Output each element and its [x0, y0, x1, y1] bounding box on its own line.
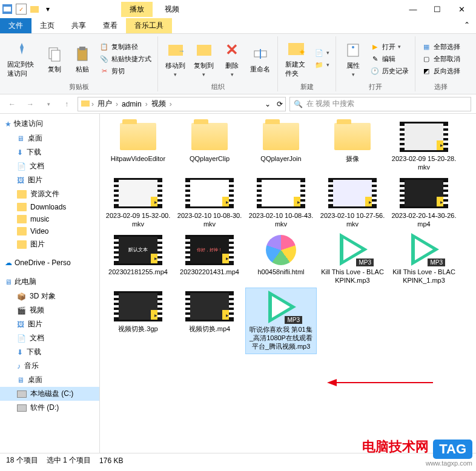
file-item[interactable]: QQplayerJoin [245, 117, 317, 174]
rename-button[interactable]: 重命名 [248, 43, 273, 75]
sidebar-video-folder[interactable]: Video [0, 225, 99, 237]
file-item[interactable]: MP3Kill This Love - BLACKPINK.mp3 [317, 231, 388, 288]
paste-button[interactable]: 粘贴 [70, 43, 94, 75]
sidebar-resources[interactable]: 资源文件 [0, 187, 99, 201]
sidebar-desktop2[interactable]: 🖥桌面 [0, 373, 99, 387]
sidebar-drive-d[interactable]: 软件 (D:) [0, 401, 99, 415]
crumb-admin[interactable]: admin [119, 100, 144, 108]
file-item[interactable]: ▶2023-02-09 15-32-00.mkv [102, 174, 174, 231]
file-item[interactable]: ▶2023-02-10 10-27-56.mkv [317, 174, 388, 231]
properties-button[interactable]: 属性▾ [341, 39, 365, 79]
sidebar-downloads[interactable]: ⬇下载 [0, 145, 99, 159]
sidebar-drive-c[interactable]: 本地磁盘 (C:) [0, 387, 99, 401]
status-item-count: 18 个项目 [6, 455, 38, 466]
sidebar-music-folder[interactable]: music [0, 213, 99, 225]
copy-button[interactable]: 复制 [42, 43, 67, 75]
tab-file[interactable]: 文件 [0, 18, 31, 33]
close-button[interactable]: ✕ [449, 1, 474, 18]
new-group-label: 新建 [300, 82, 314, 91]
new-item-button[interactable]: 📄▾ [313, 47, 331, 58]
sidebar-downloads2[interactable]: ⬇下载 [0, 345, 99, 359]
folder-icon [263, 123, 299, 150]
paste-shortcut-button[interactable]: 📎粘贴快捷方式 [98, 53, 153, 64]
sidebar-downloads-folder[interactable]: Downloads [0, 201, 99, 213]
sidebar-pictures3[interactable]: 🖼图片 [0, 317, 99, 331]
breadcrumb[interactable]: › 用户 › admin › 视频 › ⌄ ⟳ [78, 97, 286, 111]
paste-shortcut-icon: 📎 [99, 54, 109, 64]
crumb-users[interactable]: 用户 [95, 99, 114, 109]
file-item[interactable]: 你好，好神！▶202302201431.mp4 [174, 231, 245, 288]
refresh-button[interactable]: ⟳ [277, 100, 283, 108]
maximize-button[interactable]: ☐ [425, 1, 449, 18]
file-item[interactable]: QQplayerClip [174, 117, 245, 174]
file-item[interactable]: ▶2023-02-10 10-08-43.mkv [245, 174, 317, 231]
sidebar-documents2[interactable]: 📄文档 [0, 331, 99, 345]
file-grid[interactable]: HitpawVideoEditor QQplayerClip QQplayerJ… [100, 114, 476, 453]
file-item-selected[interactable]: MP3听说你喜欢我 第01集_高清1080P在线观看平台_腾讯视频.mp3 [245, 288, 317, 354]
easy-access-button[interactable]: 📁▾ [313, 59, 331, 70]
sidebar-this-pc[interactable]: 🖥此电脑 [0, 274, 99, 289]
up-button[interactable]: ↑ [59, 97, 74, 111]
file-item[interactable]: ▶视频切换.mp4 [174, 288, 245, 354]
ribbon-collapse-icon[interactable]: ⌃ [458, 18, 476, 33]
folder-icon [17, 240, 27, 249]
sidebar-quick-access[interactable]: ★快速访问 [0, 116, 99, 131]
select-none-label: 全部取消 [434, 54, 460, 64]
file-item[interactable]: h00458nifli.html [245, 231, 317, 288]
status-size: 176 KB [99, 456, 123, 465]
search-input[interactable]: 🔍 在 视频 中搜索 [289, 97, 471, 111]
cut-icon: ✂ [99, 66, 109, 76]
move-to-icon: → [166, 41, 185, 60]
file-item[interactable]: ▶2023-02-10 10-08-30.mkv [174, 174, 245, 231]
forward-button[interactable]: → [23, 97, 38, 111]
qat-folder-icon[interactable] [29, 4, 40, 15]
edit-button[interactable]: ✎编辑 [369, 53, 410, 64]
file-name: 202302181255.mp4 [108, 268, 168, 276]
file-item[interactable]: ▶2023-02-09 15-20-28.mkv [388, 117, 460, 174]
sidebar-onedrive[interactable]: ☁OneDrive - Perso [0, 256, 99, 269]
sidebar-music2[interactable]: ♪音乐 [0, 359, 99, 373]
back-button[interactable]: ← [5, 97, 19, 111]
copy-path-button[interactable]: 📋复制路径 [98, 41, 153, 52]
file-item[interactable]: 摄像 [317, 117, 388, 174]
select-none-button[interactable]: ▢全部取消 [420, 53, 461, 64]
tab-view[interactable]: 查看 [94, 18, 126, 33]
move-to-button[interactable]: → 移动到▾ [163, 39, 188, 79]
sidebar-desktop[interactable]: 🖥桌面 [0, 131, 99, 145]
tab-music-tools[interactable]: 音乐工具 [126, 18, 172, 33]
new-folder-button[interactable]: ✦ 新建文件夹 [283, 38, 309, 79]
open-button[interactable]: ▶打开▾ [369, 41, 410, 52]
file-item[interactable]: MP3Kill This Love - BLACKPINK_1.mp3 [388, 231, 460, 288]
copy-to-icon [194, 41, 214, 60]
file-item[interactable]: HitpawVideoEditor [102, 117, 174, 174]
tab-home[interactable]: 主页 [31, 18, 63, 33]
easy-access-icon: 📁 [314, 60, 324, 70]
qat-checkbox-icon[interactable]: ✓ [16, 4, 27, 15]
sidebar-videos[interactable]: 🎬视频 [0, 303, 99, 317]
recent-dropdown[interactable]: ▾ [41, 97, 56, 111]
qat-dropdown-icon[interactable]: ▾ [42, 4, 53, 15]
crumb-videos[interactable]: 视频 [149, 99, 168, 109]
invert-selection-button[interactable]: ◩反向选择 [420, 65, 461, 76]
video-thumbnail: ▶ [328, 178, 377, 208]
sidebar-pictures[interactable]: 🖼图片 [0, 173, 99, 187]
tab-share[interactable]: 共享 [63, 18, 94, 33]
minimize-button[interactable]: — [401, 1, 425, 18]
file-name: 2023-02-20-14-30-26.mp4 [391, 211, 457, 229]
file-item[interactable]: ▶2023-02-20-14-30-26.mp4 [388, 174, 460, 231]
sidebar-pictures-folder[interactable]: 图片 [0, 237, 99, 251]
sidebar-3d-objects[interactable]: 📦3D 对象 [0, 289, 99, 303]
file-item[interactable]: 默认文本▶202302181255.mp4 [102, 231, 174, 288]
delete-button[interactable]: ✕ 删除▾ [220, 39, 244, 79]
sidebar-documents[interactable]: 📄文档 [0, 159, 99, 173]
cut-label: 剪切 [111, 67, 125, 76]
play-tab[interactable]: 播放 [121, 2, 153, 17]
history-button[interactable]: 🕐历史记录 [369, 65, 410, 76]
mp3-icon: MP3 [331, 233, 374, 266]
select-all-button[interactable]: ▦全部选择 [420, 41, 461, 52]
cut-button[interactable]: ✂剪切 [98, 65, 153, 76]
breadcrumb-dropdown-icon[interactable]: ⌄ [265, 100, 271, 108]
file-item[interactable]: ▶视频切换.3gp [102, 288, 174, 354]
copy-to-button[interactable]: 复制到▾ [191, 39, 216, 79]
pin-button[interactable]: 固定到快速访问 [5, 38, 39, 79]
